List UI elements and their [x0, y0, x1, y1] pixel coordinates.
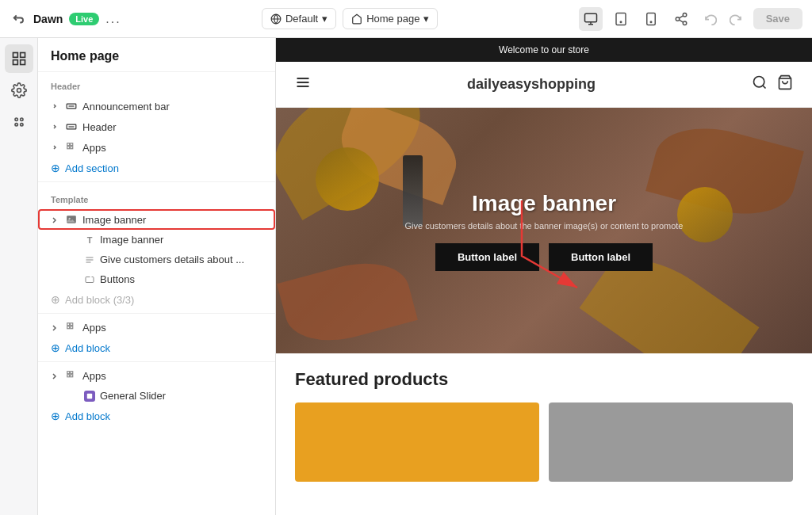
- apps2-chevron-icon: [51, 371, 60, 380]
- image-banner-label: Image banner: [82, 214, 146, 226]
- menu-icon[interactable]: [295, 74, 311, 94]
- hero-buttons: Button label Button label: [405, 243, 684, 271]
- buttons-label: Buttons: [100, 273, 135, 285]
- header-item[interactable]: Header: [38, 116, 275, 137]
- panel-body: Header Announcement bar Header: [38, 72, 275, 515]
- svg-rect-40: [71, 375, 73, 377]
- apps2-item[interactable]: Apps: [38, 365, 275, 386]
- svg-point-17: [20, 118, 22, 120]
- sub2-chevron-icon: [70, 255, 79, 265]
- svg-rect-26: [67, 147, 70, 149]
- main-area: Home page Header Announcement bar: [0, 38, 812, 515]
- viewport-dropdown[interactable]: Default ▾: [262, 8, 336, 29]
- image-banner-item[interactable]: Image banner: [38, 209, 275, 230]
- icon-sidebar: [0, 38, 38, 515]
- save-button[interactable]: Save: [753, 8, 802, 29]
- apps1-label: Apps: [82, 322, 106, 334]
- page-label: Home page: [366, 13, 419, 25]
- svg-point-3: [620, 21, 622, 23]
- hero-image: Image banner Give customers details abou…: [276, 108, 812, 353]
- buttons-item[interactable]: Buttons: [38, 269, 275, 289]
- header-apps-label: Apps: [82, 142, 106, 154]
- text-icon: T: [84, 235, 95, 246]
- product-bottle: [677, 187, 733, 242]
- svg-point-29: [69, 218, 71, 219]
- hero-btn-1[interactable]: Button label: [435, 243, 539, 271]
- bag-icon[interactable]: [777, 74, 793, 94]
- image-banner-sub2-item[interactable]: Give customers details about ...: [38, 250, 275, 269]
- add-block-disabled-icon: ⊕: [51, 293, 60, 306]
- svg-line-46: [763, 86, 766, 89]
- divider-3: [38, 361, 275, 362]
- store-preview: Welcome to our store dailyeasyshopping: [276, 38, 812, 515]
- top-bar-center: Default ▾ Home page ▾: [131, 8, 569, 29]
- header-apps-item[interactable]: Apps: [38, 137, 275, 158]
- svg-line-10: [679, 15, 683, 17]
- buttons-chevron-icon: [70, 275, 79, 284]
- svg-rect-38: [71, 372, 73, 374]
- hero-title: Image banner: [405, 191, 684, 216]
- add-block2-button[interactable]: ⊕ Add block: [38, 406, 275, 426]
- store-name: Dawn: [33, 13, 63, 25]
- canvas-area: Welcome to our store dailyeasyshopping: [276, 38, 812, 515]
- apps2-label: Apps: [82, 370, 106, 382]
- svg-point-8: [683, 21, 687, 25]
- sidebar-pages-button[interactable]: [5, 44, 33, 73]
- header-apps-chevron-icon: [51, 143, 60, 152]
- general-slider-chevron-icon: [70, 391, 79, 401]
- add-block1-icon: ⊕: [51, 341, 60, 354]
- add-block-disabled-label: Add block (3/3): [65, 294, 134, 306]
- desktop-view-button[interactable]: [579, 7, 603, 31]
- divider-1: [38, 181, 275, 182]
- svg-rect-11: [13, 53, 17, 58]
- product-card-1[interactable]: [295, 402, 539, 482]
- apps2-icon: [65, 369, 78, 382]
- image-banner-icon: [65, 213, 78, 226]
- top-bar-right: Save: [579, 7, 802, 31]
- mobile-view-button[interactable]: [639, 7, 663, 31]
- apps1-icon: [65, 321, 78, 334]
- left-panel: Home page Header Announcement bar: [38, 38, 276, 515]
- apps1-item[interactable]: Apps: [38, 317, 275, 338]
- hero-btn-2[interactable]: Button label: [549, 243, 653, 271]
- svg-rect-37: [67, 372, 70, 374]
- page-dropdown[interactable]: Home page ▾: [343, 8, 438, 29]
- svg-point-5: [650, 21, 652, 23]
- more-button[interactable]: ...: [105, 12, 121, 26]
- header-icon: [65, 120, 78, 133]
- general-slider-label: General Slider: [100, 390, 166, 402]
- header-section-label: Header: [38, 72, 275, 96]
- add-section-icon: ⊕: [51, 162, 60, 174]
- search-icon[interactable]: [752, 74, 768, 94]
- svg-rect-14: [20, 60, 25, 65]
- announcement-bar-item[interactable]: Announcement bar: [38, 96, 275, 116]
- header-apps-icon: [65, 141, 78, 154]
- svg-rect-34: [71, 323, 73, 326]
- viewport-label: Default: [285, 13, 318, 25]
- announcement-bar-icon: [65, 100, 78, 113]
- back-button[interactable]: [10, 10, 27, 28]
- featured-title: Featured products: [295, 369, 793, 390]
- image-banner-sub1-item[interactable]: T Image banner: [38, 230, 275, 250]
- product-card-2[interactable]: [549, 402, 793, 482]
- svg-rect-33: [67, 323, 70, 326]
- redo-button[interactable]: [725, 8, 747, 30]
- general-slider-item[interactable]: General Slider: [38, 386, 275, 406]
- add-section-button[interactable]: ⊕ Add section: [38, 158, 275, 178]
- store-header: dailyeasyshopping: [276, 62, 812, 108]
- hero-content: Image banner Give customers details abou…: [405, 191, 684, 271]
- product-can: [316, 147, 379, 211]
- page-chevron-icon: ▾: [423, 13, 429, 25]
- sub1-chevron-icon: [70, 235, 79, 245]
- svg-rect-12: [20, 53, 25, 58]
- top-bar-left: Dawn Live ...: [10, 10, 121, 28]
- hero-subtitle: Give customers details about the banner …: [405, 221, 684, 231]
- svg-point-7: [676, 17, 680, 21]
- sidebar-apps-button[interactable]: [5, 108, 33, 136]
- svg-rect-36: [71, 326, 73, 329]
- share-view-button[interactable]: [669, 7, 693, 31]
- add-block1-button[interactable]: ⊕ Add block: [38, 338, 275, 358]
- tablet-view-button[interactable]: [609, 7, 633, 31]
- undo-button[interactable]: [699, 8, 722, 30]
- sidebar-settings-button[interactable]: [5, 76, 33, 105]
